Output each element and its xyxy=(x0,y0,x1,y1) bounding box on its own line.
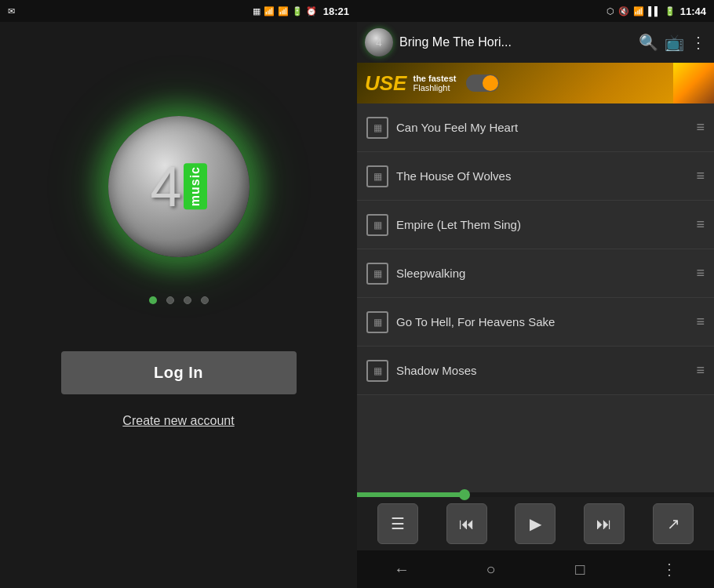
song-item[interactable]: ▦ Empire (Let Them Sing) ≡ xyxy=(357,201,714,249)
ad-sub-text-1: the fastest xyxy=(413,74,456,83)
song-title-1: The House Of Wolves xyxy=(396,169,688,183)
song-menu-3[interactable]: ≡ xyxy=(696,265,705,281)
status-icons-right: ▦ 📶 📶 🔋 ⏰ 18:21 xyxy=(253,5,349,17)
song-icon-2: ▦ xyxy=(366,214,388,236)
toolbar-actions: 🔍 📺 ⋮ xyxy=(639,33,706,52)
song-menu-5[interactable]: ≡ xyxy=(696,362,705,379)
login-button[interactable]: Log In xyxy=(61,351,297,394)
progress-bar-area[interactable] xyxy=(357,492,714,497)
song-icon-1: ▦ xyxy=(366,165,388,187)
ad-sub-text: the fastest Flashlight xyxy=(413,74,456,93)
song-title-5: Shadow Moses xyxy=(396,364,688,377)
song-title-3: Sleepwalking xyxy=(396,267,688,280)
right-status-icons: ⬡ 🔇 📶 ▌▌ 🔋 xyxy=(607,6,676,16)
next-icon: ⏭ xyxy=(596,515,612,533)
ad-toggle[interactable] xyxy=(466,74,499,92)
status-left: ✉ xyxy=(8,6,15,16)
dot-4 xyxy=(201,296,209,304)
recents-nav-button[interactable]: □ xyxy=(536,550,625,588)
song-menu-0[interactable]: ≡ xyxy=(696,119,705,136)
progress-fill xyxy=(357,492,464,497)
app-logo-number: 4 xyxy=(376,36,382,49)
logo-number: 4 xyxy=(150,158,181,215)
player-controls: ☰ ⏮ ▶ ⏭ ↗ xyxy=(357,497,714,550)
ad-toggle-knob xyxy=(483,75,498,91)
left-status-time: 18:21 xyxy=(323,5,349,17)
signal-icon: 📶 xyxy=(278,6,289,16)
playlist-button[interactable]: ☰ xyxy=(377,503,418,544)
left-status-bar: ✉ ▦ 📶 📶 🔋 ⏰ 18:21 xyxy=(0,0,357,22)
ad-use-text: USE xyxy=(365,71,406,96)
song-list: ▦ Can You Feel My Heart ≡ ▦ The House Of… xyxy=(357,103,714,492)
song-menu-1[interactable]: ≡ xyxy=(696,168,705,184)
back-icon: ← xyxy=(394,561,410,579)
dot-3 xyxy=(184,296,191,304)
more-icon[interactable]: ⋮ xyxy=(690,33,706,52)
alarm-icon: ⏰ xyxy=(306,6,317,16)
create-account-link[interactable]: Create new account xyxy=(122,414,234,428)
gmail-icon: ✉ xyxy=(8,6,15,16)
song-icon-3: ▦ xyxy=(366,263,388,285)
right-status-bar: ⬡ 🔇 📶 ▌▌ 🔋 11:44 xyxy=(357,0,714,22)
sim-icon: ▦ xyxy=(253,6,260,16)
home-nav-button[interactable]: ○ xyxy=(446,550,536,588)
ad-banner: USE the fastest Flashlight xyxy=(357,63,714,103)
share-icon: ↗ xyxy=(667,514,680,533)
bottom-nav: ← ○ □ ⋮ xyxy=(357,550,714,588)
logo-container: 4 music xyxy=(108,116,250,257)
song-item[interactable]: ▦ The House Of Wolves ≡ xyxy=(357,152,714,201)
progress-thumb xyxy=(459,489,470,500)
prev-icon: ⏮ xyxy=(459,515,475,533)
song-icon-5: ▦ xyxy=(366,360,388,382)
dot-1 xyxy=(149,296,157,304)
recents-icon: □ xyxy=(575,561,585,579)
song-menu-4[interactable]: ≡ xyxy=(696,314,705,330)
song-item[interactable]: ▦ Sleepwalking ≡ xyxy=(357,249,714,298)
wifi-icon: 📶 xyxy=(264,6,275,16)
play-button[interactable]: ▶ xyxy=(515,503,556,544)
logo-music-label: music xyxy=(184,163,207,209)
app-title: Bring Me The Hori... xyxy=(399,35,632,49)
play-icon: ▶ xyxy=(530,514,541,533)
battery-icon: 🔋 xyxy=(292,6,303,16)
song-icon-4: ▦ xyxy=(366,311,388,333)
right-signal-icon: ▌▌ xyxy=(648,6,661,16)
home-icon: ○ xyxy=(486,561,496,579)
page-dots xyxy=(149,296,209,304)
song-title-2: Empire (Let Them Sing) xyxy=(396,218,688,231)
right-status-time: 11:44 xyxy=(680,5,706,17)
app-toolbar: 4 Bring Me The Hori... 🔍 📺 ⋮ xyxy=(357,22,714,63)
song-icon-0: ▦ xyxy=(366,117,388,139)
ad-sub-text-2: Flashlight xyxy=(413,83,456,93)
app-logo-small: 4 xyxy=(365,28,393,56)
song-menu-2[interactable]: ≡ xyxy=(696,216,705,233)
song-item[interactable]: ▦ Go To Hell, For Heavens Sake ≡ xyxy=(357,298,714,347)
volume-off-icon: 🔇 xyxy=(618,6,629,16)
right-panel: ⬡ 🔇 📶 ▌▌ 🔋 11:44 4 Bring Me The Hori... … xyxy=(357,0,714,588)
right-wifi-icon: 📶 xyxy=(633,6,644,16)
ad-image xyxy=(673,63,714,103)
right-battery-icon: 🔋 xyxy=(665,6,676,16)
playlist-icon: ☰ xyxy=(391,514,405,533)
song-title-4: Go To Hell, For Heavens Sake xyxy=(396,315,688,328)
previous-button[interactable]: ⏮ xyxy=(446,503,487,544)
dot-2 xyxy=(166,296,174,304)
bluetooth-icon: ⬡ xyxy=(607,6,614,16)
next-button[interactable]: ⏭ xyxy=(584,503,625,544)
logo-circle: 4 music xyxy=(108,116,250,257)
search-icon[interactable]: 🔍 xyxy=(639,33,658,52)
more-nav-icon: ⋮ xyxy=(661,560,677,579)
logo-inner: 4 music xyxy=(150,158,206,215)
share-button[interactable]: ↗ xyxy=(653,503,694,544)
song-title-0: Can You Feel My Heart xyxy=(396,121,688,134)
cast-icon[interactable]: 📺 xyxy=(665,33,684,52)
song-item-active[interactable]: ▦ Shadow Moses ≡ xyxy=(357,347,714,395)
song-item[interactable]: ▦ Can You Feel My Heart ≡ xyxy=(357,103,714,152)
left-panel: ✉ ▦ 📶 📶 🔋 ⏰ 18:21 4 music Log In Create … xyxy=(0,0,357,588)
more-nav-button[interactable]: ⋮ xyxy=(625,550,714,588)
back-nav-button[interactable]: ← xyxy=(357,550,446,588)
